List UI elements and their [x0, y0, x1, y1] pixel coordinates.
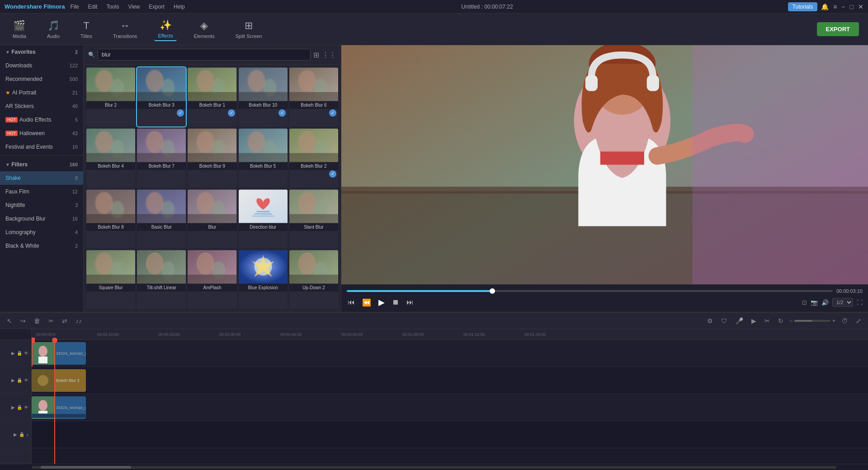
- step-back-button[interactable]: ⏪: [361, 297, 372, 308]
- cut-tool[interactable]: ✂: [46, 316, 56, 326]
- menu-help[interactable]: Help: [172, 3, 187, 11]
- audio-tool[interactable]: ♪♪: [73, 316, 84, 326]
- track4-eye[interactable]: ♪: [26, 432, 28, 437]
- menu-view[interactable]: View: [126, 3, 142, 11]
- toolbar-transitions[interactable]: ↔ Transitions: [109, 18, 141, 41]
- sidebar-item-background-blur[interactable]: Background Blur 16: [0, 212, 83, 226]
- timeline-cut2[interactable]: ✂: [762, 316, 772, 326]
- skip-back-button[interactable]: ⏮: [347, 297, 356, 307]
- track2-clip[interactable]: Bokeh Blur 3: [32, 369, 86, 392]
- sidebar-item-festival[interactable]: Festival and Events 10: [0, 140, 83, 154]
- track3-eye[interactable]: 👁: [24, 405, 28, 410]
- sidebar-item-downloads[interactable]: Downloads 122: [0, 59, 83, 72]
- timeline-clock[interactable]: ⏱: [839, 316, 850, 326]
- effect-item-direction_blur[interactable]: Direction blur: [239, 189, 288, 249]
- track2-lock[interactable]: 🔒: [17, 378, 22, 383]
- settings-icon[interactable]: ⋮⋮: [322, 51, 336, 59]
- sidebar-filters-header[interactable]: ▼ Filters 160: [0, 158, 83, 171]
- menu-export[interactable]: Export: [147, 3, 166, 11]
- sidebar-item-audio-effects[interactable]: HOT Audio Effects 5: [0, 113, 83, 127]
- sidebar-item-ai-portrait[interactable]: ★ AI Portrait 21: [0, 86, 83, 99]
- effect-item-bokeh_blur4[interactable]: Bokeh Blur 4: [86, 128, 135, 188]
- toolbar-audio[interactable]: 🎵 Audio: [43, 18, 63, 41]
- sidebar-item-nightlife[interactable]: Nightlife 3: [0, 198, 83, 212]
- toolbar-titles[interactable]: T Titles: [77, 18, 96, 41]
- zoom-select[interactable]: 1/2 1/1 1/4: [832, 298, 853, 307]
- effect-item-bokeh_blur10[interactable]: ✓ Bokeh Blur 10: [239, 67, 288, 127]
- menu-tools[interactable]: Tools: [104, 3, 121, 11]
- zoom-plus[interactable]: +: [832, 318, 835, 324]
- effect-item-bokeh_blur2[interactable]: ✓ Bokeh Blur 2: [289, 128, 338, 188]
- maximize-icon[interactable]: □: [850, 3, 854, 10]
- effect-item-bokeh_blur7[interactable]: Bokeh Blur 7: [137, 128, 186, 188]
- track3-lock[interactable]: 🔒: [17, 405, 22, 410]
- mic-button[interactable]: 🎤: [733, 316, 745, 326]
- snapshot-icon[interactable]: 📷: [811, 299, 818, 306]
- close-icon[interactable]: ✕: [858, 3, 863, 10]
- timeline-settings[interactable]: ⚙: [705, 316, 715, 326]
- grid-layout-icon[interactable]: ⊞: [313, 51, 319, 59]
- export-button[interactable]: EXPORT: [817, 22, 859, 36]
- timeline-ruler[interactable]: 00:00:00:0 00:00:10:00 00:00:20:00 00:00…: [32, 329, 868, 340]
- effect-item-bokeh_blur1[interactable]: ✓ Bokeh Blur 1: [188, 67, 236, 127]
- sidebar-item-ar-stickers[interactable]: AR Stickers 40: [0, 99, 83, 113]
- timeline-shield[interactable]: 🛡: [719, 316, 730, 326]
- render-button[interactable]: ▶: [749, 316, 759, 326]
- menu-icon[interactable]: ≡: [833, 3, 837, 10]
- notification-icon[interactable]: 🔔: [821, 3, 829, 10]
- speed-tool[interactable]: ⇄: [60, 316, 70, 326]
- sidebar-item-shake[interactable]: Shake 8: [0, 171, 83, 185]
- scrollbar-thumb[interactable]: [41, 466, 131, 469]
- effect-item-amplash[interactable]: AmPlash: [188, 250, 236, 309]
- track1-clip[interactable]: 34324_woman_with_headpho: [32, 342, 86, 365]
- sidebar-item-faux-film[interactable]: Faux Film 12: [0, 185, 83, 198]
- menu-file[interactable]: File: [68, 3, 80, 11]
- track4-lock[interactable]: 🔒: [19, 432, 24, 437]
- effect-item-bokeh_blur9[interactable]: Bokeh Blur 9: [188, 128, 236, 188]
- effect-item-bokeh_blur6[interactable]: ✓ Bokeh Blur 6: [289, 67, 338, 127]
- cursor-tool[interactable]: ↖: [5, 316, 14, 326]
- scrollbar-track[interactable]: [32, 466, 836, 469]
- tutorials-button[interactable]: Tutorials: [788, 2, 818, 11]
- effect-item-bokeh_blur8[interactable]: Bokeh Blur 8: [86, 189, 135, 249]
- timeline-expand[interactable]: ⤢: [854, 316, 863, 326]
- toolbar-media[interactable]: 🎬 Media: [9, 18, 30, 41]
- volume-icon[interactable]: 🔊: [821, 299, 829, 306]
- ruler-mark-4: 00:00:40:00: [280, 332, 302, 337]
- effect-item-basic_blur[interactable]: Basic Blur: [137, 189, 186, 249]
- fullscreen-icon[interactable]: ⛶: [857, 299, 863, 306]
- effect-item-updown2[interactable]: Up-Down 2: [289, 250, 338, 309]
- ripple-tool[interactable]: ↪: [18, 316, 28, 326]
- toolbar-split-screen[interactable]: ⊞ Split Screen: [232, 18, 266, 41]
- track1-eye[interactable]: 👁: [24, 351, 28, 356]
- effect-item-tilt_shift[interactable]: Tilt-shift Linear: [137, 250, 186, 309]
- effect-item-blue_explosion[interactable]: Blue Explosion: [239, 250, 288, 309]
- effect-item-square_blur[interactable]: Square Blur: [86, 250, 135, 309]
- play-button[interactable]: ▶: [377, 296, 386, 308]
- aspect-icon[interactable]: ⊡: [802, 299, 807, 306]
- sidebar-item-recommended[interactable]: Recommended 500: [0, 72, 83, 86]
- search-input[interactable]: [98, 49, 311, 61]
- effect-item-slant_blur[interactable]: Slant Blur: [289, 189, 338, 249]
- effect-item-bokeh_blur3[interactable]: ✓ Bokeh Blur 3: [137, 67, 186, 127]
- timeline-zoom-bar[interactable]: [794, 320, 830, 322]
- skip-forward-button[interactable]: ⏭: [406, 297, 415, 307]
- zoom-minus[interactable]: −: [789, 318, 793, 324]
- sidebar-item-halloween[interactable]: HOT Halloween 43: [0, 127, 83, 140]
- sidebar-item-lomography[interactable]: Lomography 4: [0, 226, 83, 239]
- effect-item-bokeh_blur5[interactable]: Bokeh Blur 5: [239, 128, 288, 188]
- menu-edit[interactable]: Edit: [86, 3, 99, 11]
- stop-button[interactable]: ⏹: [391, 297, 400, 307]
- track2-eye[interactable]: 👁: [24, 378, 28, 383]
- sidebar-favorites-header[interactable]: ▼ Favorites 2: [0, 45, 83, 59]
- delete-tool[interactable]: 🗑: [32, 316, 42, 326]
- minimize-icon[interactable]: −: [841, 3, 845, 10]
- track1-lock[interactable]: 🔒: [17, 351, 22, 356]
- effect-item-blur2[interactable]: Blur 2: [86, 67, 135, 127]
- timeline-loop[interactable]: ↻: [776, 316, 786, 326]
- toolbar-elements[interactable]: ◈ Elements: [190, 18, 218, 41]
- progress-bar[interactable]: [347, 290, 833, 292]
- sidebar-item-black-white[interactable]: Black & White 2: [0, 239, 83, 253]
- toolbar-effects[interactable]: ✨ Effects: [154, 18, 176, 41]
- effect-item-blur[interactable]: Blur: [188, 189, 236, 249]
